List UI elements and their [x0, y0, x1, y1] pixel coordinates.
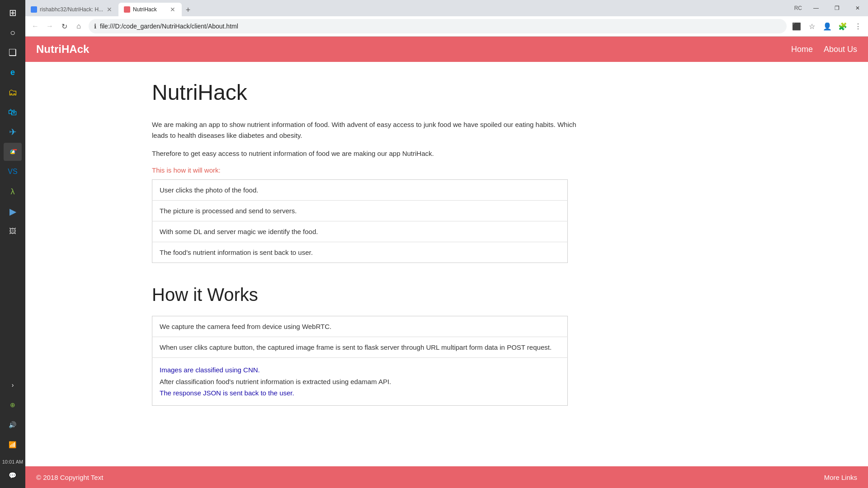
- browser-window: rishabhc32/NutriHack: H... ✕ NutriHack ✕…: [25, 0, 868, 488]
- step-2: The picture is processed and send to ser…: [152, 201, 568, 221]
- table-row: Images are classified using CNN. After c…: [152, 358, 568, 406]
- description-1: We are making an app to show nutrient in…: [152, 119, 581, 141]
- site-navbar: NutriHAck Home About Us: [25, 37, 868, 62]
- screenshot-icon[interactable]: ⬛: [790, 20, 803, 33]
- section-title: How it Works: [152, 285, 841, 305]
- tab2-label: NutriHack: [133, 6, 166, 13]
- taskbar: ⊞ ○ ❑ e 🗂 🛍 ✈ VS λ ▶ 🖼 › ⊕ 🔊 📶 10:01 AM …: [0, 0, 25, 488]
- notification-icon[interactable]: 💬: [4, 466, 22, 484]
- photos-icon[interactable]: 🖼: [4, 222, 22, 240]
- telegram-icon[interactable]: ✈: [4, 123, 22, 141]
- footer-copyright: © 2018 Copyright Text: [36, 474, 103, 481]
- expand-icon[interactable]: ›: [4, 376, 22, 394]
- forward-button[interactable]: →: [43, 20, 56, 33]
- table-row: We capture the camera feed from device u…: [152, 316, 568, 337]
- chrome-icon[interactable]: [4, 143, 22, 161]
- steps-table: User clicks the photo of the food. The p…: [152, 179, 568, 263]
- table-row: The picture is processed and send to ser…: [152, 201, 568, 221]
- how-step-3-line3: The response JSON is sent back to the us…: [160, 389, 294, 397]
- browser-tabs: rishabhc32/NutriHack: H... ✕ NutriHack ✕…: [25, 0, 791, 16]
- explorer-icon[interactable]: 🗂: [4, 83, 22, 101]
- navbar-brand[interactable]: NutriHAck: [36, 43, 89, 56]
- page-content: NutriHack We are making an app to show n…: [25, 62, 868, 466]
- nav-about[interactable]: About Us: [824, 45, 857, 54]
- greenplus-icon[interactable]: ⊕: [4, 396, 22, 414]
- navbar-links: Home About Us: [791, 45, 857, 54]
- step-1: User clicks the photo of the food.: [152, 180, 568, 201]
- edge-icon[interactable]: e: [4, 63, 22, 81]
- table-row: When user cliks capture button, the capt…: [152, 337, 568, 358]
- how-step-1: We capture the camera feed from device u…: [152, 316, 568, 337]
- browser-actions: ⬛ ☆ 👤 🧩 ⋮: [790, 20, 864, 33]
- table-row: With some DL and server magic we identif…: [152, 221, 568, 242]
- browser-tab-1[interactable]: rishabhc32/NutriHack: H... ✕: [25, 3, 118, 16]
- how-step-3-line2: After classification food's nutrient inf…: [160, 378, 391, 385]
- taskbar-time: 10:01 AM: [2, 459, 23, 465]
- close-button[interactable]: ✕: [847, 1, 868, 15]
- table-row: The food's nutrient information is sent …: [152, 242, 568, 263]
- lock-icon: ℹ: [94, 23, 96, 30]
- description-2: Therefore to get easy access to nutrient…: [152, 148, 581, 159]
- how-it-works-label: This is how it will work:: [152, 166, 841, 174]
- store-icon[interactable]: 🛍: [4, 103, 22, 121]
- tab2-favicon: [124, 6, 130, 13]
- table-row: User clicks the photo of the food.: [152, 180, 568, 201]
- browser-tab-2[interactable]: NutriHack ✕: [118, 3, 182, 16]
- extension-icon[interactable]: 🧩: [836, 20, 849, 33]
- how-table: We capture the camera feed from device u…: [152, 316, 568, 406]
- wifi-icon[interactable]: 📶: [4, 436, 22, 454]
- site-footer: © 2018 Copyright Text More Links: [25, 466, 868, 488]
- terminal-icon[interactable]: ▶: [4, 202, 22, 221]
- search-icon[interactable]: ○: [4, 23, 22, 42]
- menu-icon[interactable]: ⋮: [852, 20, 864, 33]
- browser-title-bar: rishabhc32/NutriHack: H... ✕ NutriHack ✕…: [25, 0, 868, 16]
- start-icon[interactable]: ⊞: [4, 4, 22, 22]
- how-step-2: When user cliks capture button, the capt…: [152, 337, 568, 358]
- address-bar[interactable]: ℹ: [89, 19, 787, 33]
- volume-icon[interactable]: 🔊: [4, 416, 22, 434]
- step-3: With some DL and server magic we identif…: [152, 221, 568, 242]
- how-step-3: Images are classified using CNN. After c…: [152, 358, 568, 406]
- tab2-close[interactable]: ✕: [169, 6, 176, 13]
- address-input[interactable]: [100, 23, 781, 30]
- minimize-button[interactable]: —: [806, 1, 826, 15]
- new-tab-placeholder: [196, 4, 214, 16]
- how-step-3-line1: Images are classified using CNN.: [160, 366, 260, 374]
- window-controls: RC — ❐ ✕: [791, 0, 868, 16]
- tab1-label: rishabhc32/NutriHack: H...: [40, 6, 103, 13]
- vscode-icon[interactable]: VS: [4, 163, 22, 181]
- maximize-button[interactable]: ❐: [826, 1, 847, 15]
- nav-home[interactable]: Home: [791, 45, 813, 54]
- tab1-close[interactable]: ✕: [106, 6, 113, 13]
- user-badge: RC: [791, 5, 806, 11]
- profile-icon[interactable]: 👤: [821, 20, 834, 33]
- nav-buttons: ← → ↻ ⌂: [29, 20, 85, 33]
- browser-controls: ← → ↻ ⌂ ℹ ⬛ ☆ 👤 🧩 ⋮: [25, 16, 868, 37]
- footer-more-links[interactable]: More Links: [824, 474, 857, 481]
- home-button[interactable]: ⌂: [72, 20, 85, 33]
- bookmark-icon[interactable]: ☆: [806, 20, 818, 33]
- page-title: NutriHack: [152, 80, 841, 105]
- step-4: The food's nutrient information is sent …: [152, 242, 568, 263]
- reload-button[interactable]: ↻: [58, 20, 71, 33]
- back-button[interactable]: ←: [29, 20, 42, 33]
- tab1-favicon: [31, 6, 37, 13]
- task-view-icon[interactable]: ❑: [4, 43, 22, 61]
- new-tab-button[interactable]: +: [182, 4, 194, 16]
- lambda-icon[interactable]: λ: [4, 183, 22, 201]
